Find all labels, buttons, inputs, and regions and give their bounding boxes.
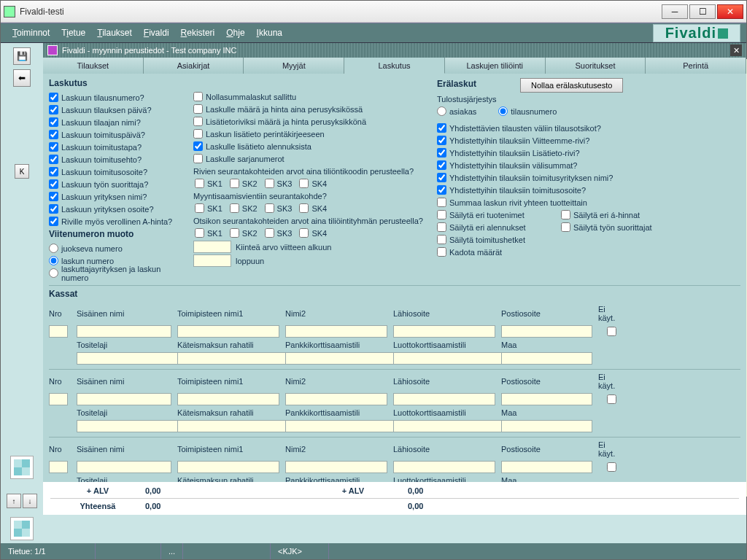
input-toimipiste[interactable] [177, 461, 279, 473]
chk-sk2-b[interactable]: SK2 [230, 202, 258, 214]
chk-toimitushetket[interactable]: Säilytä toimitushetket [437, 233, 554, 246]
chk-tyon-suorittajat[interactable]: Säilytä työn suorittajat [561, 221, 652, 233]
menu-ohje[interactable]: Ohje [220, 25, 250, 41]
input-nro[interactable] [49, 393, 68, 405]
input-postiosoite[interactable] [501, 393, 592, 405]
combo-pankkikortti[interactable] [285, 352, 410, 365]
chk-tyon-suorittaja[interactable]: Laskuun työn suorittaja? [49, 178, 180, 190]
chk-verollinen-a-hinta[interactable]: Riville myös verollinen A-hinta? [49, 215, 180, 228]
chk-viitteemme[interactable]: Yhdistettyihin tilauksiin Viitteemme-riv… [437, 134, 740, 147]
tab-laskutus[interactable]: Laskutus [344, 58, 445, 74]
chk-toimitusyrityksen[interactable]: Yhdistettyihin tilauksiin toimitusyrityk… [437, 171, 740, 184]
input-toimipiste[interactable] [177, 325, 279, 338]
nollaa-button[interactable]: Nollaa erälaskutusesto [520, 78, 623, 93]
inner-close-button[interactable]: ✕ [730, 44, 742, 56]
chk-lisatieto-rivi[interactable]: Yhdistettyihin tilauksiin Lisätieto-rivi… [437, 147, 740, 159]
chk-perintakirje[interactable]: Laskun lisätieto perintäkirjeeseen [193, 128, 424, 140]
chk-toimitusosoite2[interactable]: Yhdistettyihin tilauksiin toimitusosoite… [437, 184, 740, 196]
input-viite-loppu[interactable] [193, 254, 231, 267]
input-lahiosoite[interactable] [393, 325, 495, 338]
menu-rekisteri[interactable]: Rekisteri [175, 25, 221, 41]
chk-tilausotsikot[interactable]: Yhdistettävien tilausten väliin tilausot… [437, 122, 740, 134]
radio-tilausnumero[interactable]: tilausnumero [498, 105, 557, 117]
combo-pankkikortti[interactable] [285, 420, 410, 432]
input-sisainen[interactable] [77, 393, 171, 405]
chk-summaa[interactable]: Summaa laskun rivit yhteen tuotteittain [437, 196, 554, 209]
close-button[interactable]: ✕ [717, 4, 743, 19]
chk-tilaajan-nimi[interactable]: Laskuun tilaajan nimi? [49, 116, 180, 128]
chk-ei-kayt[interactable] [607, 462, 616, 472]
chk-toimitustapa[interactable]: Laskuun toimitustapa? [49, 141, 180, 153]
combo-kateismaksu[interactable] [177, 352, 302, 365]
chk-sk4-b[interactable]: SK4 [299, 202, 327, 214]
menu-toiminnot[interactable]: Toiminnot [7, 25, 55, 41]
input-lahiosoite[interactable] [393, 393, 495, 405]
combo-luottokortti[interactable] [393, 420, 518, 432]
chk-a-hinnat[interactable]: Säilytä eri á-hinnat [561, 209, 652, 221]
chk-sk1-c[interactable]: SK1 [195, 227, 222, 239]
minimize-button[interactable]: ─ [662, 4, 688, 19]
menu-fivaldi[interactable]: Fivaldi [138, 25, 175, 41]
input-postiosoite[interactable] [501, 325, 592, 338]
chk-sk3-a[interactable]: SK3 [265, 177, 293, 190]
chk-sk3-b[interactable]: SK3 [265, 202, 293, 214]
chk-sk3-c[interactable]: SK3 [265, 227, 293, 239]
chk-ei-kayt[interactable] [607, 394, 616, 404]
input-sisainen[interactable] [77, 325, 171, 338]
chk-tuotenimet[interactable]: Säilytä eri tuotenimet [437, 209, 554, 221]
chk-sk2-c[interactable]: SK2 [230, 227, 258, 239]
tab-laskujen-tiliointi[interactable]: Laskujen tiliöinti [445, 58, 546, 74]
menu-tietue[interactable]: Tietue [55, 25, 91, 41]
arrow-up-icon[interactable]: ↑ [7, 494, 21, 508]
chk-maara-hinta[interactable]: Laskulle määrä ja hinta aina perusyksikö… [193, 103, 424, 115]
chk-kadota-maarat[interactable]: Kadota määrät [437, 246, 554, 258]
input-toimipiste[interactable] [177, 393, 279, 405]
k-button[interactable]: K [15, 164, 29, 179]
save-icon[interactable]: 💾 [13, 47, 31, 65]
tab-asiakirjat[interactable]: Asiakirjat [144, 58, 244, 74]
chk-yrityksen-nimi[interactable]: Laskuun yrityksen nimi? [49, 190, 180, 203]
input-nimi2[interactable] [285, 393, 387, 405]
tab-myyjat[interactable]: Myyjät [244, 58, 344, 74]
radio-juokseva[interactable]: juokseva numero [49, 242, 180, 254]
menu-tilaukset[interactable]: Tilaukset [91, 25, 138, 41]
tab-perinta[interactable]: Perintä [646, 58, 746, 74]
chk-alennukset[interactable]: Säilytä eri alennukset [437, 221, 554, 233]
combo-kateismaksu[interactable] [177, 420, 302, 432]
chk-sk1-b[interactable]: SK1 [195, 202, 222, 214]
radio-asiakas[interactable]: asiakas [437, 105, 476, 117]
input-viite-alku[interactable] [193, 241, 231, 253]
arrow-down-icon[interactable]: ↓ [23, 494, 37, 508]
chk-alennuksista[interactable]: Laskulle lisätieto alennuksista [193, 140, 424, 152]
input-sisainen[interactable] [77, 461, 171, 473]
menu-ikkuna[interactable]: Ikkuna [251, 25, 288, 41]
chk-tilausnumero[interactable]: Laskuun tilausnumero? [49, 91, 180, 104]
chk-toimitusosoite[interactable]: Laskuun toimitusosoite? [49, 166, 180, 178]
radio-laskuttaja[interactable]: laskuttajayrityksen ja laskun numero [49, 267, 180, 279]
back-icon[interactable]: ⬅ [13, 69, 31, 87]
tab-tilaukset[interactable]: Tilaukset [43, 58, 144, 74]
input-maa[interactable] [501, 352, 592, 365]
input-nro[interactable] [49, 461, 68, 473]
input-nimi2[interactable] [285, 461, 387, 473]
input-nimi2[interactable] [285, 325, 387, 338]
input-postiosoite[interactable] [501, 461, 592, 473]
maximize-button[interactable]: ☐ [689, 4, 716, 19]
chk-valisummat[interactable]: Yhdistettyihin tilauksiin välisummat? [437, 159, 740, 171]
chk-sk4-a[interactable]: SK4 [299, 177, 327, 190]
chk-tilauksen-paiva[interactable]: Laskuun tilauksen päivä? [49, 104, 180, 116]
chk-sarjanumerot[interactable]: Laskulle sarjanumerot [193, 152, 424, 165]
chk-toimituspaiva[interactable]: Laskuun toimituspäivä? [49, 128, 180, 141]
chk-nollasumma[interactable]: Nollasummalaskut sallittu [193, 90, 424, 103]
input-lahiosoite[interactable] [393, 461, 495, 473]
chk-lisatietorivi[interactable]: Lisätietoriviksi määrä ja hinta perusyks… [193, 115, 424, 128]
chk-sk2-a[interactable]: SK2 [230, 177, 258, 190]
chk-sk1-a[interactable]: SK1 [195, 177, 222, 190]
input-maa[interactable] [501, 420, 592, 432]
combo-luottokortti[interactable] [393, 352, 518, 365]
input-nro[interactable] [49, 325, 68, 338]
tab-suoritukset[interactable]: Suoritukset [546, 58, 646, 74]
chk-yrityksen-osoite[interactable]: Laskuun yrityksen osoite? [49, 203, 180, 215]
chk-sk4-c[interactable]: SK4 [299, 227, 327, 239]
chk-toimitusehto[interactable]: Laskuun toimitusehto? [49, 153, 180, 166]
